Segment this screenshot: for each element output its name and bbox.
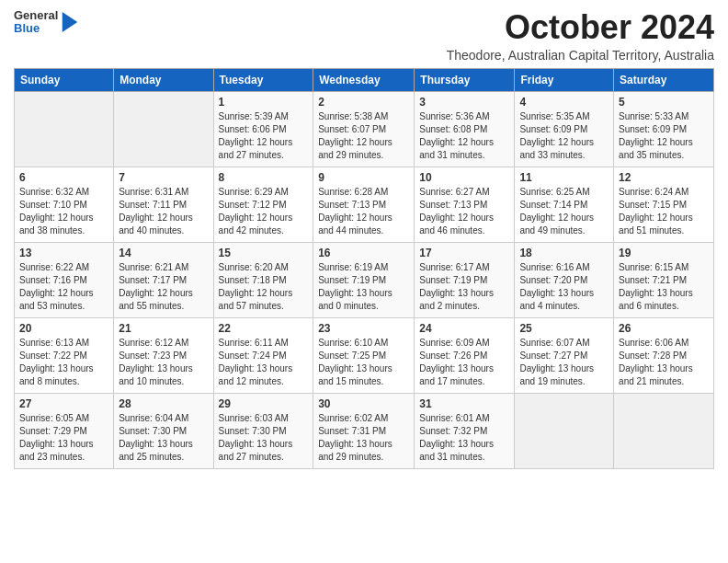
calendar-cell: 31Sunrise: 6:01 AM Sunset: 7:32 PM Dayli… bbox=[415, 393, 515, 468]
day-info: Sunrise: 5:35 AM Sunset: 6:09 PM Dayligh… bbox=[519, 110, 609, 162]
calendar-cell: 6Sunrise: 6:32 AM Sunset: 7:10 PM Daylig… bbox=[15, 167, 114, 242]
logo-blue: Blue bbox=[14, 22, 58, 35]
svg-marker-0 bbox=[63, 12, 78, 32]
day-number: 2 bbox=[318, 96, 409, 109]
day-info: Sunrise: 6:25 AM Sunset: 7:14 PM Dayligh… bbox=[519, 186, 609, 237]
weekday-header-sunday: Sunday bbox=[15, 68, 114, 91]
weekday-header-row: SundayMondayTuesdayWednesdayThursdayFrid… bbox=[15, 68, 714, 91]
calendar-body: 1Sunrise: 5:39 AM Sunset: 6:06 PM Daylig… bbox=[15, 91, 714, 468]
page: General Blue October 2024 Theodore, Aust… bbox=[0, 0, 728, 563]
calendar-week-4: 20Sunrise: 6:13 AM Sunset: 7:22 PM Dayli… bbox=[15, 317, 714, 393]
calendar-cell: 15Sunrise: 6:20 AM Sunset: 7:18 PM Dayli… bbox=[213, 242, 313, 317]
day-number: 15 bbox=[219, 247, 309, 259]
day-info: Sunrise: 6:24 AM Sunset: 7:15 PM Dayligh… bbox=[619, 186, 709, 237]
calendar-cell: 21Sunrise: 6:12 AM Sunset: 7:23 PM Dayli… bbox=[114, 317, 213, 393]
calendar-cell: 20Sunrise: 6:13 AM Sunset: 7:22 PM Dayli… bbox=[15, 317, 114, 393]
calendar-cell: 9Sunrise: 6:28 AM Sunset: 7:13 PM Daylig… bbox=[313, 167, 415, 242]
weekday-header-wednesday: Wednesday bbox=[313, 68, 415, 91]
day-info: Sunrise: 6:32 AM Sunset: 7:10 PM Dayligh… bbox=[19, 186, 108, 237]
title-section: October 2024 Theodore, Australian Capita… bbox=[97, 9, 714, 63]
calendar-cell bbox=[15, 91, 114, 167]
calendar-cell: 25Sunrise: 6:07 AM Sunset: 7:27 PM Dayli… bbox=[515, 317, 614, 393]
calendar-cell: 30Sunrise: 6:02 AM Sunset: 7:31 PM Dayli… bbox=[313, 393, 415, 468]
day-info: Sunrise: 6:10 AM Sunset: 7:25 PM Dayligh… bbox=[318, 337, 409, 388]
calendar-cell: 7Sunrise: 6:31 AM Sunset: 7:11 PM Daylig… bbox=[114, 167, 213, 242]
day-info: Sunrise: 6:01 AM Sunset: 7:32 PM Dayligh… bbox=[419, 412, 509, 464]
calendar-cell: 16Sunrise: 6:19 AM Sunset: 7:19 PM Dayli… bbox=[313, 242, 415, 317]
logo-text: General Blue bbox=[14, 9, 58, 36]
day-info: Sunrise: 6:03 AM Sunset: 7:30 PM Dayligh… bbox=[219, 412, 309, 464]
day-info: Sunrise: 5:36 AM Sunset: 6:08 PM Dayligh… bbox=[419, 110, 509, 162]
day-info: Sunrise: 5:39 AM Sunset: 6:06 PM Dayligh… bbox=[219, 110, 309, 162]
day-info: Sunrise: 5:38 AM Sunset: 6:07 PM Dayligh… bbox=[318, 110, 409, 162]
calendar-cell: 28Sunrise: 6:04 AM Sunset: 7:30 PM Dayli… bbox=[114, 393, 213, 468]
day-number: 4 bbox=[519, 96, 609, 109]
month-title: October 2024 bbox=[97, 9, 714, 46]
day-number: 20 bbox=[19, 322, 108, 335]
calendar-cell: 17Sunrise: 6:17 AM Sunset: 7:19 PM Dayli… bbox=[415, 242, 515, 317]
day-number: 27 bbox=[19, 397, 108, 410]
day-number: 1 bbox=[219, 96, 309, 109]
day-info: Sunrise: 6:21 AM Sunset: 7:17 PM Dayligh… bbox=[119, 261, 208, 313]
calendar-week-3: 13Sunrise: 6:22 AM Sunset: 7:16 PM Dayli… bbox=[15, 242, 714, 317]
calendar-cell: 2Sunrise: 5:38 AM Sunset: 6:07 PM Daylig… bbox=[313, 91, 415, 167]
day-number: 7 bbox=[119, 171, 208, 184]
logo-general: General bbox=[14, 9, 58, 22]
calendar-cell: 27Sunrise: 6:05 AM Sunset: 7:29 PM Dayli… bbox=[15, 393, 114, 468]
day-number: 18 bbox=[519, 247, 609, 259]
day-info: Sunrise: 6:29 AM Sunset: 7:12 PM Dayligh… bbox=[219, 186, 309, 237]
calendar-header: SundayMondayTuesdayWednesdayThursdayFrid… bbox=[15, 68, 714, 91]
calendar-cell: 1Sunrise: 5:39 AM Sunset: 6:06 PM Daylig… bbox=[213, 91, 313, 167]
day-number: 10 bbox=[419, 171, 509, 184]
day-info: Sunrise: 6:04 AM Sunset: 7:30 PM Dayligh… bbox=[119, 412, 208, 464]
calendar-cell: 18Sunrise: 6:16 AM Sunset: 7:20 PM Dayli… bbox=[515, 242, 614, 317]
day-info: Sunrise: 6:06 AM Sunset: 7:28 PM Dayligh… bbox=[619, 337, 709, 388]
calendar-cell: 12Sunrise: 6:24 AM Sunset: 7:15 PM Dayli… bbox=[614, 167, 714, 242]
day-number: 21 bbox=[119, 322, 208, 335]
day-info: Sunrise: 6:28 AM Sunset: 7:13 PM Dayligh… bbox=[318, 186, 409, 237]
weekday-header-saturday: Saturday bbox=[614, 68, 714, 91]
day-number: 29 bbox=[219, 397, 309, 410]
day-number: 3 bbox=[419, 96, 509, 109]
calendar-cell: 11Sunrise: 6:25 AM Sunset: 7:14 PM Dayli… bbox=[515, 167, 614, 242]
day-number: 13 bbox=[19, 247, 108, 259]
calendar-cell bbox=[515, 393, 614, 468]
day-info: Sunrise: 6:16 AM Sunset: 7:20 PM Dayligh… bbox=[519, 261, 609, 313]
calendar-cell: 26Sunrise: 6:06 AM Sunset: 7:28 PM Dayli… bbox=[614, 317, 714, 393]
calendar-cell: 13Sunrise: 6:22 AM Sunset: 7:16 PM Dayli… bbox=[15, 242, 114, 317]
calendar-cell: 8Sunrise: 6:29 AM Sunset: 7:12 PM Daylig… bbox=[213, 167, 313, 242]
calendar-cell: 24Sunrise: 6:09 AM Sunset: 7:26 PM Dayli… bbox=[415, 317, 515, 393]
weekday-header-friday: Friday bbox=[515, 68, 614, 91]
day-number: 19 bbox=[619, 247, 709, 259]
day-info: Sunrise: 6:15 AM Sunset: 7:21 PM Dayligh… bbox=[619, 261, 709, 313]
day-info: Sunrise: 6:31 AM Sunset: 7:11 PM Dayligh… bbox=[119, 186, 208, 237]
day-number: 31 bbox=[419, 397, 509, 410]
day-number: 28 bbox=[119, 397, 208, 410]
calendar-table: SundayMondayTuesdayWednesdayThursdayFrid… bbox=[14, 68, 714, 469]
day-number: 25 bbox=[519, 322, 609, 335]
calendar-cell bbox=[114, 91, 213, 167]
calendar-cell: 4Sunrise: 5:35 AM Sunset: 6:09 PM Daylig… bbox=[515, 91, 614, 167]
day-info: Sunrise: 6:22 AM Sunset: 7:16 PM Dayligh… bbox=[19, 261, 108, 313]
logo: General Blue bbox=[14, 9, 78, 36]
calendar-cell: 5Sunrise: 5:33 AM Sunset: 6:09 PM Daylig… bbox=[614, 91, 714, 167]
day-number: 12 bbox=[619, 171, 709, 184]
day-number: 9 bbox=[318, 171, 409, 184]
day-info: Sunrise: 6:27 AM Sunset: 7:13 PM Dayligh… bbox=[419, 186, 509, 237]
calendar-cell: 10Sunrise: 6:27 AM Sunset: 7:13 PM Dayli… bbox=[415, 167, 515, 242]
day-number: 24 bbox=[419, 322, 509, 335]
calendar-cell: 29Sunrise: 6:03 AM Sunset: 7:30 PM Dayli… bbox=[213, 393, 313, 468]
day-info: Sunrise: 6:05 AM Sunset: 7:29 PM Dayligh… bbox=[19, 412, 108, 464]
header: General Blue October 2024 Theodore, Aust… bbox=[14, 9, 714, 63]
day-number: 8 bbox=[219, 171, 309, 184]
day-info: Sunrise: 6:02 AM Sunset: 7:31 PM Dayligh… bbox=[318, 412, 409, 464]
calendar-cell bbox=[614, 393, 714, 468]
day-number: 30 bbox=[318, 397, 409, 410]
calendar-week-5: 27Sunrise: 6:05 AM Sunset: 7:29 PM Dayli… bbox=[15, 393, 714, 468]
day-number: 6 bbox=[19, 171, 108, 184]
weekday-header-tuesday: Tuesday bbox=[213, 68, 313, 91]
weekday-header-monday: Monday bbox=[114, 68, 213, 91]
calendar-week-1: 1Sunrise: 5:39 AM Sunset: 6:06 PM Daylig… bbox=[15, 91, 714, 167]
calendar-cell: 19Sunrise: 6:15 AM Sunset: 7:21 PM Dayli… bbox=[614, 242, 714, 317]
calendar-cell: 14Sunrise: 6:21 AM Sunset: 7:17 PM Dayli… bbox=[114, 242, 213, 317]
